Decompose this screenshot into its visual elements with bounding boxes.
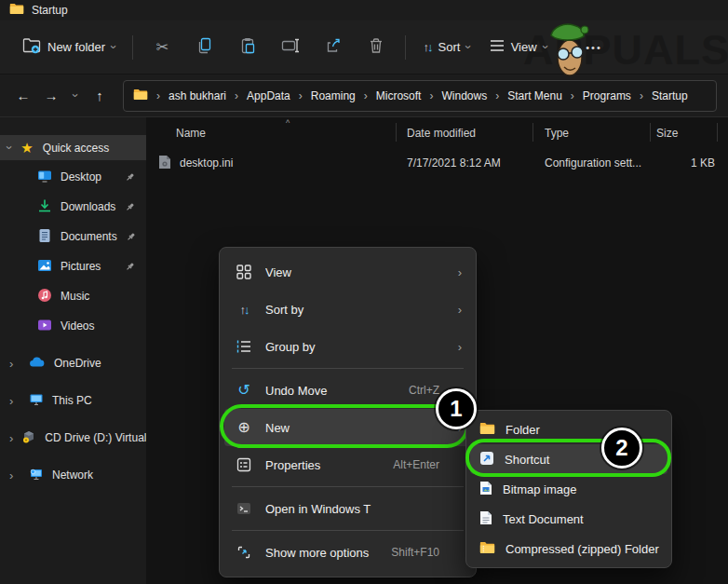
breadcrumb-item[interactable]: Programs — [581, 88, 633, 104]
breadcrumb-item[interactable]: Start Menu — [506, 88, 564, 104]
properties-icon — [234, 457, 254, 472]
shortcut-text: Shift+F10 — [391, 546, 439, 559]
menu-separator — [232, 486, 464, 487]
folder-icon — [133, 88, 148, 104]
context-menu-item-view[interactable]: View › — [224, 253, 471, 291]
submenu-item-bitmap-image[interactable]: Bitmap image — [470, 474, 667, 504]
file-size: 1 KB — [656, 156, 715, 170]
new-folder-label: New folder — [47, 40, 105, 54]
quick-access-label: Quick access — [43, 142, 109, 155]
sidebar-item-label: This PC — [52, 394, 92, 407]
bitmap-image-icon — [479, 481, 492, 498]
sidebar-item-label: Videos — [61, 319, 94, 333]
folder-icon — [9, 3, 24, 18]
breadcrumb-item[interactable]: AppData — [245, 88, 292, 104]
submenu-item-text-document[interactable]: Text Document — [470, 504, 667, 534]
chevron-right-icon: › — [447, 265, 462, 279]
back-button[interactable]: ← — [9, 82, 37, 110]
breadcrumb-separator-icon: › — [564, 89, 581, 102]
share-button[interactable] — [312, 31, 355, 64]
new-folder-button[interactable]: New folder › — [13, 31, 125, 64]
sort-button[interactable]: ↑↓ Sort › — [413, 31, 479, 64]
onedrive-icon — [29, 357, 46, 371]
pin-icon — [125, 172, 135, 183]
sidebar-item-videos[interactable]: Videos — [0, 311, 146, 341]
downloads-icon — [37, 198, 52, 216]
context-menu-item-properties[interactable]: Properties Alt+Enter — [224, 446, 471, 483]
submenu-item-compressed-folder[interactable]: Compressed (zipped) Folder — [470, 534, 667, 564]
chevron-right-icon: › — [9, 469, 20, 482]
sidebar-item-documents[interactable]: Documents — [0, 222, 146, 251]
sidebar-item-desktop[interactable]: Desktop — [0, 162, 146, 192]
column-header-type[interactable]: Type — [545, 127, 569, 140]
sidebar-item-onedrive[interactable]: › OneDrive — [0, 345, 146, 382]
address-bar[interactable]: › ash bukhari › AppData › Roaming › Micr… — [123, 80, 717, 112]
window-title: Startup — [32, 4, 68, 17]
breadcrumb-item[interactable]: Roaming — [309, 88, 357, 104]
breadcrumb-separator-icon: › — [228, 89, 245, 102]
chevron-right-icon: › — [9, 431, 13, 445]
sidebar-item-quick-access[interactable]: › ★ Quick access — [0, 135, 146, 160]
sidebar-item-music[interactable]: Music — [0, 281, 146, 311]
context-menu-item-open-in-windows-terminal[interactable]: Open in Windows T — [224, 490, 471, 527]
forward-icon: → — [45, 88, 59, 103]
view-icon — [490, 39, 505, 56]
column-header-date-modified[interactable]: Date modified — [407, 127, 476, 140]
context-menu-item-sort-by[interactable]: ↑↓ Sort by › — [224, 291, 471, 328]
paste-icon — [239, 37, 256, 58]
context-menu-item-group-by[interactable]: Group by › — [224, 328, 471, 365]
sort-label: Sort — [438, 40, 460, 54]
paste-button[interactable] — [226, 31, 269, 64]
sidebar-item-this-pc[interactable]: › This PC — [0, 382, 146, 419]
breadcrumb-separator-icon: › — [423, 89, 439, 102]
breadcrumb-item[interactable]: Microsoft — [374, 88, 424, 104]
file-date-modified: 7/17/2021 8:12 AM — [407, 156, 501, 170]
pictures-icon — [37, 258, 52, 276]
sidebar-item-label: Pictures — [61, 260, 101, 273]
column-divider[interactable] — [650, 123, 651, 142]
rename-button[interactable] — [269, 31, 312, 64]
sidebar-item-label: Documents — [61, 230, 117, 243]
breadcrumb-separator-icon: › — [150, 89, 167, 102]
column-header-name[interactable]: Name — [176, 127, 206, 140]
delete-button[interactable] — [355, 31, 398, 64]
sort-ascending-icon: ^ — [286, 118, 290, 128]
ini-file-icon — [158, 155, 171, 172]
breadcrumb-item[interactable]: ash bukhari — [167, 88, 228, 104]
column-divider[interactable] — [396, 123, 397, 142]
copy-button[interactable] — [183, 31, 226, 64]
recent-locations-button[interactable]: › — [65, 82, 86, 110]
column-divider[interactable] — [533, 123, 533, 142]
breadcrumb-item[interactable]: Startup — [650, 88, 690, 104]
context-menu-item-new[interactable]: ⊕ New › — [224, 409, 471, 446]
network-icon — [29, 467, 44, 484]
forward-button[interactable]: → — [37, 82, 65, 110]
context-menu-item-undo-move[interactable]: ↺ Undo Move Ctrl+Z — [224, 372, 471, 409]
undo-icon: ↺ — [234, 383, 254, 398]
up-button[interactable]: ↑ — [86, 82, 114, 110]
sidebar-item-cd-drive[interactable]: › CD Drive (D:) Virtual — [0, 419, 146, 456]
text-document-icon — [479, 510, 492, 528]
back-icon: ← — [17, 88, 31, 103]
sidebar-item-label: Downloads — [61, 200, 115, 213]
cd-drive-icon — [21, 429, 36, 447]
breadcrumb-item[interactable]: Windows — [439, 88, 489, 104]
column-divider[interactable] — [717, 123, 718, 142]
plus-circle-icon: ⊕ — [234, 420, 254, 435]
sort-icon: ↑↓ — [423, 40, 431, 54]
navigation-pane: › ★ Quick access Desktop Downloads Docum… — [0, 117, 146, 584]
context-menu-item-show-more-options[interactable]: Show more options Shift+F10 — [224, 534, 471, 571]
sidebar-item-downloads[interactable]: Downloads — [0, 192, 146, 222]
sidebar-item-pictures[interactable]: Pictures — [0, 251, 146, 281]
sidebar-item-network[interactable]: › Network — [0, 456, 146, 494]
new-folder-icon — [22, 37, 41, 58]
rename-icon — [281, 38, 300, 57]
menu-separator — [232, 368, 464, 369]
column-header-size[interactable]: Size — [656, 127, 678, 140]
trash-icon — [369, 37, 384, 58]
file-row-desktop-ini[interactable]: desktop.ini 7/17/2021 8:12 AM Configurat… — [146, 152, 719, 176]
address-bar-row: ← → › ↑ › ash bukhari › AppData › Roamin… — [0, 75, 728, 117]
cut-button[interactable]: ✂ — [141, 31, 183, 64]
sidebar-item-label: Desktop — [61, 170, 101, 183]
step-badge-2: 2 — [601, 428, 642, 469]
